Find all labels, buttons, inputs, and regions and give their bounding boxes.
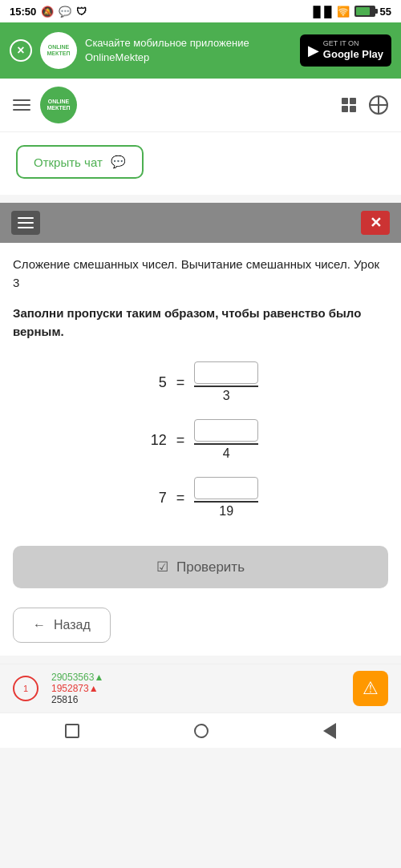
- eq1-sign: =: [176, 374, 185, 391]
- eq3-left: 7: [143, 490, 167, 507]
- signal-icon: ▐▌█: [310, 6, 332, 18]
- eq3-fraction: 19: [194, 477, 258, 519]
- check-section: ☑ Проверить: [0, 535, 401, 600]
- warning-button[interactable]: ⚠: [353, 671, 388, 706]
- grid-view-icon[interactable]: [342, 98, 356, 112]
- battery-indicator: [354, 6, 375, 17]
- eq3-fraction-line: [194, 501, 258, 503]
- chat-icon: 💬: [111, 155, 126, 169]
- mute-icon: 🔕: [41, 6, 54, 18]
- time-display: 15:50: [10, 6, 36, 18]
- hamburger-menu[interactable]: [13, 99, 30, 111]
- stat2: 1952873: [51, 683, 89, 694]
- stat3: 25816: [51, 694, 103, 705]
- eq2-fraction-line: [194, 443, 258, 445]
- equation-row-2: 12 = 4: [143, 419, 259, 461]
- eq1-left: 5: [143, 374, 167, 391]
- app-download-banner: × ONLINE МЕКТЕП Скачайте мобильное прило…: [0, 22, 401, 79]
- nav-recent-button[interactable]: [65, 724, 79, 738]
- banner-text: Скачайте мобильное приложение OnlineMekt…: [85, 36, 292, 65]
- eq1-fraction-line: [194, 386, 258, 387]
- nav-back-button[interactable]: [323, 723, 336, 739]
- eq1-fraction: 3: [194, 361, 258, 403]
- status-bar: 15:50 🔕 💬 🛡 ▐▌█ 🛜 55: [0, 0, 401, 22]
- lesson-close-button[interactable]: ✕: [361, 211, 390, 235]
- language-icon[interactable]: [369, 95, 388, 115]
- banner-logo: ONLINE МЕКТЕП: [40, 32, 77, 69]
- back-section: ← Назад: [0, 600, 401, 656]
- header: ONLINE МЕКТЕП: [0, 79, 401, 132]
- lesson-question: Заполни пропуски таким образом, чтобы ра…: [0, 298, 401, 353]
- eq2-sign: =: [176, 432, 185, 449]
- whatsapp-icon: 💬: [59, 6, 71, 18]
- check-button[interactable]: ☑ Проверить: [13, 546, 388, 588]
- header-logo: ONLINE МЕКТЕП: [40, 87, 77, 123]
- eq3-sign: =: [176, 490, 185, 507]
- eq2-denominator: 4: [223, 446, 230, 461]
- lesson-menu-button[interactable]: [11, 211, 40, 235]
- eq2-left: 12: [143, 432, 167, 449]
- stats-display: 29053563▲ 1952873▲ 25816: [51, 672, 103, 705]
- battery-percent: 55: [380, 6, 391, 18]
- back-button[interactable]: ← Назад: [13, 608, 111, 643]
- google-play-button[interactable]: ▶ GET IT ON Google Play: [300, 34, 391, 67]
- eq2-fraction: 4: [194, 419, 258, 461]
- equation-row-3: 7 = 19: [143, 477, 259, 519]
- banner-close-button[interactable]: ×: [10, 39, 32, 62]
- wifi-icon: 🛜: [337, 6, 350, 18]
- check-icon: ☑: [156, 559, 168, 575]
- circle-score: 1: [13, 676, 38, 701]
- stat1: 29053563: [51, 672, 94, 683]
- warning-icon: ⚠: [363, 678, 379, 699]
- bottom-stats-bar: 1 29053563▲ 1952873▲ 25816 ⚠: [0, 664, 401, 713]
- eq1-numerator-input[interactable]: [194, 361, 258, 384]
- equations-area: 5 = 3 12 = 4 7 = 19: [0, 353, 401, 535]
- back-arrow-icon: ←: [33, 618, 46, 632]
- lesson-title: Сложение смешанных чисел. Вычитание смеш…: [0, 243, 401, 298]
- eq3-denominator: 19: [219, 504, 233, 519]
- shield-icon: 🛡: [76, 6, 87, 18]
- google-play-icon: ▶: [308, 42, 319, 59]
- eq2-numerator-input[interactable]: [194, 419, 258, 442]
- android-nav-bar: [0, 713, 401, 748]
- equation-row-1: 5 = 3: [143, 361, 259, 403]
- lesson-header-bar: ✕: [0, 203, 401, 243]
- lesson-container: ✕ Сложение смешанных чисел. Вычитание см…: [0, 203, 401, 656]
- chat-section: Открыть чат 💬: [0, 132, 401, 195]
- nav-home-button[interactable]: [194, 724, 209, 738]
- eq3-numerator-input[interactable]: [194, 477, 258, 499]
- open-chat-button[interactable]: Открыть чат 💬: [16, 145, 144, 179]
- eq1-denominator: 3: [223, 389, 230, 403]
